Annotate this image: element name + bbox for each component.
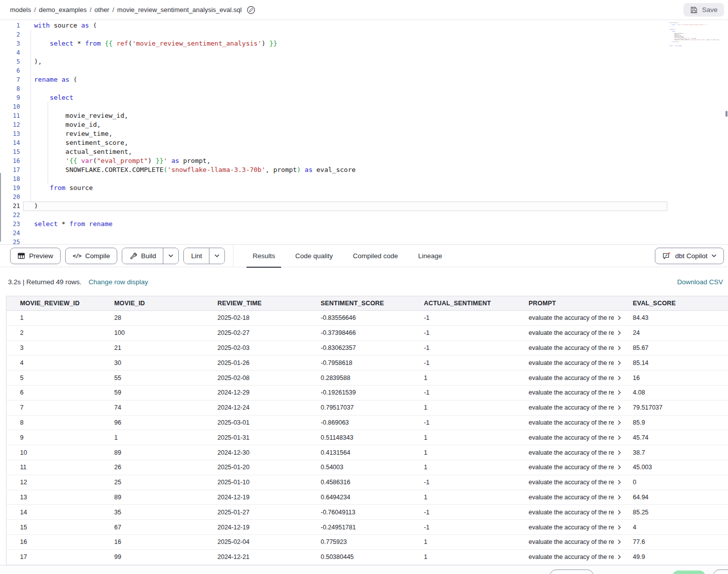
line-number[interactable]: 12 [0,120,20,129]
breadcrumb-segment[interactable]: demo_examples [39,6,87,14]
line-number[interactable]: 16 [0,156,20,165]
tab-results[interactable]: Results [247,245,281,267]
editor-line[interactable]: 19 from source [0,183,728,193]
line-number[interactable]: 5 [0,57,20,66]
tab-lineage[interactable]: Lineage [412,245,448,267]
breadcrumb-segment[interactable]: other [95,6,110,14]
editor-line[interactable]: 24 [0,229,728,238]
expand-prompt-chevron-icon[interactable] [617,539,621,544]
expand-prompt-chevron-icon[interactable] [617,345,621,350]
line-number[interactable]: 24 [0,229,20,238]
line-number[interactable]: 11 [0,111,20,120]
editor-line[interactable]: 7rename as ( [0,75,728,84]
line-number[interactable]: 23 [0,220,20,229]
line-number[interactable]: 17 [0,165,20,174]
editor-line[interactable]: 9 select [0,93,728,102]
editor-line[interactable]: 15 actual_sentiment, [0,147,728,156]
editor-line[interactable]: 5), [0,57,728,66]
line-number[interactable]: 22 [0,211,20,220]
preview-button[interactable]: Preview [10,248,61,264]
build-button[interactable]: Build [122,248,163,264]
line-number[interactable]: 15 [0,147,20,156]
table-header-row: MOVIE_REVIEW_IDMOVIE_IDREVIEW_TIMESENTIM… [7,296,728,311]
expand-prompt-chevron-icon[interactable] [617,525,621,530]
editor-line[interactable]: 2 [0,30,728,39]
line-number[interactable]: 10 [0,102,20,111]
tab-code-quality[interactable]: Code quality [289,245,339,267]
minimap[interactable]: with source as ( select * from {{ ref('m… [669,22,725,48]
editor-line[interactable]: 20 [0,193,728,202]
editor-line[interactable]: 23select * from rename [0,220,728,229]
line-number[interactable]: 8 [0,84,20,93]
table-row: 14352025-01-27-0.76049113-1evaluate the … [7,505,728,520]
cell-actual_sentiment: 1 [424,434,529,441]
editor-line[interactable]: 17 SNOWFLAKE.CORTEX.COMPLETE('snowflake-… [0,165,728,174]
editor-line[interactable]: 13 review_time, [0,129,728,138]
line-number[interactable]: 14 [0,138,20,147]
tab-compiled-code[interactable]: Compiled code [347,245,404,267]
line-number[interactable]: 19 [0,183,20,193]
dbt-copilot-button[interactable]: dbt Copilot [655,248,724,264]
copilot-label: dbt Copilot [675,252,707,260]
line-number[interactable]: 13 [0,129,20,138]
edit-file-icon[interactable] [247,6,256,15]
expand-prompt-chevron-icon[interactable] [617,360,621,365]
editor-line[interactable]: 25 [0,238,728,244]
editor-line[interactable]: 6 [0,66,728,75]
download-csv-link[interactable]: Download CSV [677,278,723,286]
breadcrumb-segment[interactable]: models [10,6,31,14]
editor-line[interactable]: 12 movie_id, [0,120,728,129]
chevron-down-icon [168,254,173,257]
editor-line[interactable]: 3 select * from {{ ref('movie_review_sen… [0,39,728,48]
line-number[interactable]: 18 [0,174,20,183]
editor-line[interactable]: 21) [0,202,728,211]
editor-line[interactable]: 1with source as ( [0,21,728,30]
line-number[interactable]: 4 [0,48,20,57]
lint-button[interactable]: Lint [184,248,209,264]
expand-prompt-chevron-icon[interactable] [617,554,621,559]
editor-line[interactable]: 8 [0,84,728,93]
expand-prompt-chevron-icon[interactable] [617,510,621,515]
editor-line[interactable]: 10 [0,102,728,111]
line-number[interactable]: 21 [0,202,20,211]
cell-actual_sentiment: -1 [424,524,529,531]
save-button[interactable]: Save [683,3,724,17]
expand-prompt-chevron-icon[interactable] [617,450,621,455]
expand-prompt-chevron-icon[interactable] [617,330,621,335]
expand-prompt-chevron-icon[interactable] [617,480,621,485]
expand-prompt-chevron-icon[interactable] [617,495,621,500]
footer-action-button[interactable] [550,569,594,574]
cell-movie_review_id: 12 [20,479,114,486]
code-editor[interactable]: 1with source as (2 3 select * from {{ re… [0,21,728,244]
expand-prompt-chevron-icon[interactable] [617,315,621,320]
expand-prompt-chevron-icon[interactable] [617,375,621,380]
footer-status-button[interactable] [672,570,705,574]
breadcrumb-segment[interactable]: movie_review_sentiment_analysis_eval.sql [117,6,242,14]
line-number[interactable]: 3 [0,39,20,48]
table-row: 13892024-12-190.64942341evaluate the acc… [7,490,728,505]
line-number[interactable]: 25 [0,238,20,244]
expand-prompt-chevron-icon[interactable] [617,420,621,425]
compile-button[interactable]: </> Compile [65,248,117,264]
line-number[interactable]: 9 [0,93,20,102]
line-number[interactable]: 1 [0,21,20,30]
editor-line[interactable]: 11 movie_review_id, [0,111,728,120]
editor-line[interactable]: 4 [0,48,728,57]
line-number[interactable]: 6 [0,66,20,75]
expand-prompt-chevron-icon[interactable] [617,390,621,395]
expand-prompt-chevron-icon[interactable] [617,465,621,470]
expand-prompt-chevron-icon[interactable] [617,435,621,440]
expand-prompt-chevron-icon[interactable] [617,405,621,410]
change-row-display-link[interactable]: Change row display [89,278,148,286]
line-number[interactable]: 2 [0,30,20,39]
lint-dropdown-button[interactable] [209,248,224,264]
editor-line[interactable]: 18 [0,174,728,183]
line-number[interactable]: 20 [0,193,20,202]
footer-menu-button[interactable] [713,569,728,574]
line-number[interactable]: 7 [0,75,20,84]
editor-line[interactable]: 16 '{{ var("eval_prompt") }}' as prompt, [0,156,728,165]
editor-line[interactable]: 22 [0,211,728,220]
editor-scrollbar-thumb[interactable] [725,111,727,117]
build-dropdown-button[interactable] [163,248,178,264]
editor-line[interactable]: 14 sentiment_score, [0,138,728,147]
